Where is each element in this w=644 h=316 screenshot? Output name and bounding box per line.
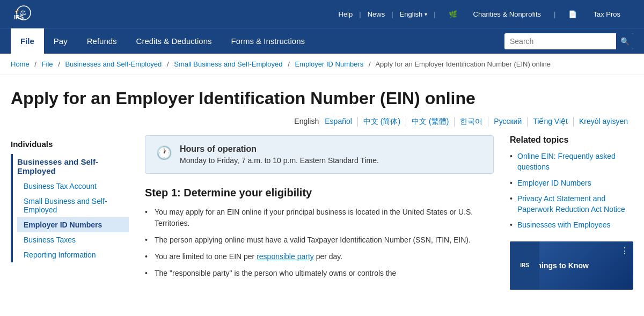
breadcrumb-small-business[interactable]: Small Business and Self-Employed — [174, 60, 282, 68]
lang-english-plain: English — [294, 117, 319, 127]
nav-file[interactable]: File — [11, 28, 44, 54]
help-link[interactable]: Help — [332, 10, 360, 18]
charities-link[interactable]: 🌿 Charities & Nonprofits — [436, 10, 554, 18]
related-link-ein[interactable]: Employer ID Numbers — [517, 179, 591, 187]
bullet-1: You may apply for an EIN online if your … — [145, 207, 494, 229]
taxpros-icon: 📄 — [562, 10, 583, 18]
lang-russian[interactable]: Русский — [488, 117, 527, 127]
search-icon: 🔍 — [620, 37, 630, 46]
breadcrumb-ein[interactable]: Employer ID Numbers — [295, 60, 363, 68]
nav-items: File Pay Refunds Credits & Deductions Fo… — [11, 28, 504, 54]
bullet-3: You are limited to one EIN per responsib… — [145, 251, 494, 262]
breadcrumb-sep3: / — [167, 60, 169, 68]
breadcrumb-businesses[interactable]: Businesses and Self-Employed — [65, 60, 162, 68]
related-topics-title: Related topics — [510, 135, 633, 145]
related-link-employees[interactable]: Businesses with Employees — [517, 221, 611, 229]
sidebar-item-small-business[interactable]: Small Business and Self-Employed — [17, 194, 129, 217]
clock-icon: 🕐 — [156, 145, 172, 160]
sidebar: Individuals Businesses and Self-Employed… — [11, 135, 129, 290]
nav-refunds[interactable]: Refunds — [77, 28, 127, 54]
logo-area: 🦅 IRS ⚖ — [11, 3, 42, 25]
lang-korean[interactable]: 한국어 — [454, 117, 488, 127]
right-sidebar: Related topics Online EIN: Frequently as… — [510, 135, 633, 290]
video-logo-text: IRS — [520, 262, 529, 268]
hours-box: 🕐 Hours of operation Monday to Friday, 7… — [145, 135, 494, 174]
sidebar-businesses-section: Businesses and Self-Employed Business Ta… — [11, 154, 129, 262]
main-content: Individuals Businesses and Self-Employed… — [0, 135, 644, 290]
lang-vietnamese[interactable]: Tiếng Việt — [527, 117, 573, 127]
sidebar-item-business-taxes[interactable]: Business Taxes — [17, 232, 129, 247]
search-button[interactable]: 🔍 — [616, 33, 633, 49]
responsible-party-link[interactable]: responsible party — [257, 252, 314, 261]
sidebar-businesses-label: Businesses and Self-Employed — [17, 154, 129, 179]
center-content: 🕐 Hours of operation Monday to Friday, 7… — [145, 135, 494, 290]
page-title: Apply for an Employer Identification Num… — [11, 88, 633, 108]
language-links: English Español 中文 (简体) 中文 (繁體) 한국어 Русс… — [0, 117, 644, 135]
search-area: 🔍 — [504, 28, 633, 54]
related-item-4: Businesses with Employees — [510, 220, 633, 231]
language-selector[interactable]: English — [393, 10, 434, 18]
step1-title: Step 1: Determine your eligibility — [145, 187, 494, 199]
nav-forms[interactable]: Forms & Instructions — [221, 28, 314, 54]
svg-text:⚖: ⚖ — [20, 9, 26, 17]
lang-chinese-simplified[interactable]: 中文 (简体) — [357, 117, 406, 127]
news-link[interactable]: News — [361, 10, 392, 18]
breadcrumb-sep5: / — [369, 60, 371, 68]
breadcrumb-sep1: / — [34, 60, 36, 68]
bullet-4: The "responsible party" is the person wh… — [145, 268, 494, 279]
breadcrumb-file[interactable]: File — [42, 60, 53, 68]
top-bar: 🦅 IRS ⚖ Help | News | English | 🌿 Charit… — [0, 0, 644, 28]
nav-credits[interactable]: Credits & Deductions — [127, 28, 222, 54]
breadcrumb-current: Apply for an Employer Identification Num… — [375, 60, 551, 68]
video-irs-logo: IRS — [510, 241, 539, 290]
breadcrumb-sep4: / — [288, 60, 290, 68]
breadcrumb: Home / File / Businesses and Self-Employ… — [0, 54, 644, 75]
video-menu-icon[interactable]: ⋮ — [620, 246, 629, 256]
taxpros-link[interactable]: 📄 Tax Pros — [555, 10, 633, 18]
nav-pay[interactable]: Pay — [44, 28, 77, 54]
sidebar-item-employer-id[interactable]: Employer ID Numbers — [17, 217, 129, 232]
related-item-1: Online EIN: Frequently asked questions — [510, 151, 633, 172]
video-thumbnail[interactable]: IRS Five Things to Know ⋮ — [510, 241, 633, 290]
search-input[interactable] — [504, 35, 616, 48]
hours-title: Hours of operation — [180, 144, 379, 154]
sidebar-individuals-title: Individuals — [11, 135, 129, 154]
page-title-section: Apply for an Employer Identification Num… — [0, 75, 644, 117]
breadcrumb-home[interactable]: Home — [11, 60, 30, 68]
irs-logo: 🦅 IRS ⚖ — [11, 3, 36, 25]
related-topics-list: Online EIN: Frequently asked questions E… — [510, 151, 633, 231]
related-link-privacy[interactable]: Privacy Act Statement and Paperwork Redu… — [517, 194, 625, 214]
related-item-3: Privacy Act Statement and Paperwork Redu… — [510, 194, 633, 215]
hours-info: Hours of operation Monday to Friday, 7 a… — [180, 144, 379, 165]
lang-chinese-traditional[interactable]: 中文 (繁體) — [406, 117, 454, 127]
step1-bullets: You may apply for an EIN online if your … — [145, 207, 494, 279]
related-link-faq[interactable]: Online EIN: Frequently asked questions — [517, 152, 616, 171]
related-item-2: Employer ID Numbers — [510, 178, 633, 189]
lang-creole[interactable]: Kreyòl ayisyen — [573, 117, 633, 127]
sidebar-item-business-tax[interactable]: Business Tax Account — [17, 179, 129, 194]
bullet-2: The person applying online must have a v… — [145, 234, 494, 246]
charities-icon: 🌿 — [442, 10, 464, 18]
nav-bar: File Pay Refunds Credits & Deductions Fo… — [0, 28, 644, 54]
breadcrumb-sep2: / — [58, 60, 60, 68]
top-links: Help | News | English | 🌿 Charities & No… — [332, 10, 634, 18]
hours-text: Monday to Friday, 7 a.m. to 10 p.m. East… — [180, 156, 379, 165]
search-box: 🔍 — [504, 33, 633, 49]
sidebar-item-reporting[interactable]: Reporting Information — [17, 247, 129, 262]
lang-espanol[interactable]: Español — [319, 117, 357, 127]
